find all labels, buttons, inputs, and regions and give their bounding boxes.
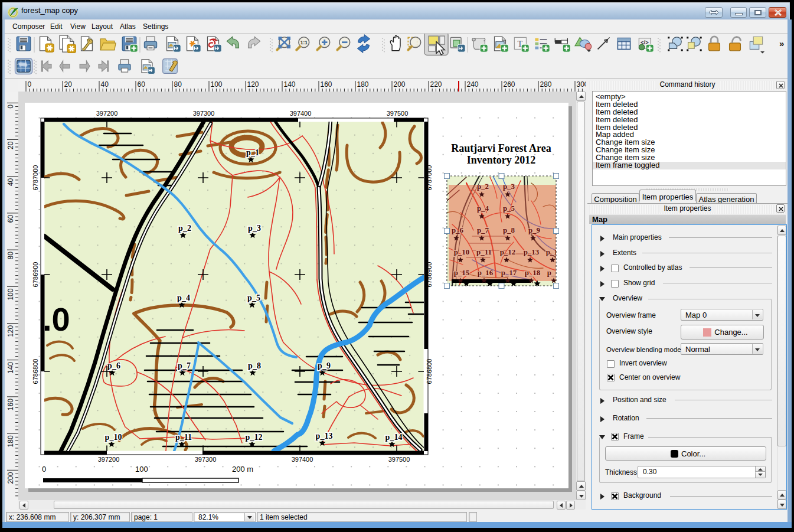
svg-text:p_1: p_1 [246,148,259,157]
svg-text:p_6: p_6 [452,226,464,234]
svg-text:p_17: p_17 [501,268,517,277]
svg-text:200: 200 [6,472,15,484]
svg-text:0: 0 [28,80,32,89]
svg-text:p_9: p_9 [528,226,541,234]
svg-text:160: 160 [321,80,332,89]
svg-text:220: 220 [430,80,442,89]
svg-text:180: 180 [6,435,15,447]
svg-text:p_5: p_5 [503,204,515,213]
svg-text:260: 260 [504,80,515,89]
svg-text:200: 200 [394,80,406,89]
svg-text:180: 180 [357,80,369,89]
svg-text:p_9: p_9 [318,361,331,370]
svg-text:p_12: p_12 [500,247,516,256]
svg-text:280: 280 [540,80,552,89]
svg-text:120: 120 [247,80,259,89]
svg-text:6786800: 6786800 [426,359,433,384]
svg-text:p_14: p_14 [546,247,562,256]
svg-text:p_7: p_7 [178,361,191,370]
svg-text:p_4: p_4 [477,204,489,213]
svg-text:6786800: 6786800 [32,359,39,384]
svg-text:397500: 397500 [388,456,410,463]
svg-text:0: 0 [42,465,46,474]
svg-text:397300: 397300 [195,456,217,463]
svg-text:397300: 397300 [193,110,215,117]
svg-text:p_2: p_2 [477,182,489,191]
svg-text:397400: 397400 [290,110,312,117]
svg-text:p_14: p_14 [385,433,403,442]
svg-text:140: 140 [284,80,296,89]
svg-text:p_4: p_4 [177,293,190,302]
svg-text:6786900: 6786900 [32,262,39,288]
svg-text:300: 300 [577,80,586,89]
svg-text:40: 40 [6,178,15,186]
svg-text:20: 20 [64,80,73,89]
svg-text:p_10: p_10 [105,433,122,442]
svg-text:p_2: p_2 [178,224,191,233]
svg-text:Inventory 2012: Inventory 2012 [467,154,536,166]
svg-text:p_11: p_11 [476,247,492,256]
svg-text:p_8: p_8 [503,226,515,234]
svg-text:100: 100 [211,80,223,89]
svg-text:6787000: 6787000 [32,165,39,191]
svg-text:p_15: p_15 [454,268,470,277]
svg-text:p_7: p_7 [477,226,489,234]
svg-text:p_10: p_10 [454,247,470,256]
svg-text:p_3: p_3 [248,224,261,233]
svg-text:100: 100 [135,465,148,474]
svg-text:6787000: 6787000 [426,165,433,191]
svg-text:1:1: 1:1 [300,40,308,45]
svg-text:80: 80 [174,80,182,89]
svg-text:240: 240 [467,80,479,89]
svg-text:100: 100 [6,288,15,300]
svg-text:140: 140 [6,362,15,374]
svg-text:p_16: p_16 [478,268,494,277]
svg-text:p_18: p_18 [525,268,541,277]
svg-text:p_6: p_6 [107,361,120,370]
svg-text:200 m: 200 m [232,465,253,474]
svg-text:p_12: p_12 [246,433,263,442]
svg-text:»: » [779,38,784,48]
svg-text:160: 160 [6,399,15,410]
svg-text:0: 0 [6,105,15,109]
svg-text:p_3: p_3 [503,182,515,191]
svg-text:.0: .0 [43,301,70,338]
svg-text:60: 60 [138,80,146,89]
svg-text:p_13: p_13 [316,432,333,440]
svg-text:Rautjarvi Forest Area: Rautjarvi Forest Area [451,142,551,154]
svg-text:397200: 397200 [98,456,120,463]
svg-text:397400: 397400 [292,456,313,463]
svg-text:397500: 397500 [387,110,409,117]
svg-text:6786900: 6786900 [426,262,433,288]
svg-text:p_5: p_5 [247,293,260,302]
svg-text:p_19: p_19 [547,268,563,277]
svg-text:20: 20 [6,141,15,149]
svg-text:120: 120 [6,325,15,337]
svg-text:80: 80 [6,252,15,260]
svg-text:p_13: p_13 [524,247,540,256]
svg-text:60: 60 [6,215,15,223]
svg-text:p_11: p_11 [175,433,192,442]
svg-text:397200: 397200 [96,110,118,117]
svg-text:p_8: p_8 [248,361,261,370]
svg-text:40: 40 [101,80,109,89]
